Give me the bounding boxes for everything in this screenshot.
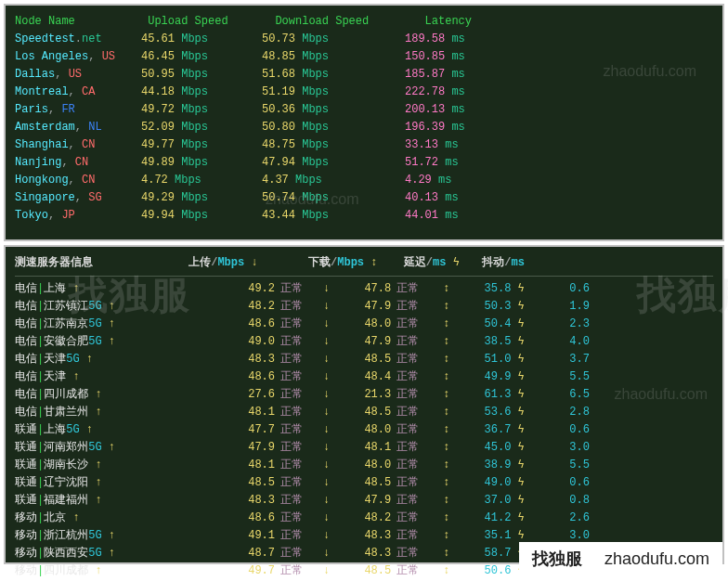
- download-value: 47.9: [330, 492, 391, 510]
- upload-value: 48.3: [182, 351, 275, 368]
- arrow-up-icon: ↑: [95, 406, 101, 419]
- arrow-down-icon: ↓: [323, 388, 330, 401]
- table-row: 联通|福建福州 ↑48.3正常↓47.9正常↕37.0 ϟ0.8: [15, 492, 713, 510]
- latency-value: 61.3: [449, 386, 511, 404]
- th-jit: 抖动/ms: [482, 256, 525, 269]
- arrow-down-icon: ↓: [323, 282, 330, 295]
- upload-value: 47.7: [182, 421, 275, 439]
- jitter-value: 6.5: [525, 386, 590, 404]
- arrow-up-icon: ↑: [72, 282, 79, 295]
- city-name: 北京: [44, 511, 66, 524]
- status: 正常: [396, 404, 443, 421]
- latency-unit: ms: [445, 209, 458, 222]
- jitter-value: 3.0: [525, 439, 590, 457]
- upload-value: 48.1: [182, 457, 275, 474]
- table-row: 电信|甘肃兰州 ↑48.1正常↓48.5正常↕53.6 ϟ2.8: [15, 404, 713, 421]
- status: 正常: [396, 457, 443, 474]
- latency-value: 49.0: [449, 474, 511, 492]
- speed-unit: Mbps: [302, 138, 329, 151]
- isp-name: 移动: [15, 564, 37, 577]
- arrows-updown-icon: ↕: [443, 353, 449, 366]
- upload-value: 48.6: [182, 368, 275, 386]
- node-city: Paris: [15, 103, 48, 116]
- arrows-updown-icon: ↕: [443, 406, 449, 419]
- arrows-updown-icon: ↕: [370, 256, 377, 269]
- node-city: Los Angeles: [15, 50, 88, 63]
- speed-unit: Mbps: [181, 138, 208, 151]
- tag-5g: 5G: [88, 335, 101, 348]
- jitter-value: 2.6: [525, 510, 590, 527]
- arrow-up-icon: ↑: [109, 547, 115, 560]
- table-row: Speedtest.net45.61 Mbps50.73 Mbps189.58 …: [15, 31, 713, 48]
- node-city: Montreal: [15, 85, 69, 98]
- download-value: 48.3: [330, 545, 391, 562]
- arrow-up-icon: ↑: [72, 370, 79, 383]
- status: 正常: [396, 298, 443, 316]
- separator: ,: [55, 68, 68, 81]
- jitter-value: 2.3: [525, 316, 590, 333]
- speed-unit: Mbps: [295, 174, 322, 187]
- speed-unit: Mbps: [302, 191, 329, 204]
- isp-name: 联通: [15, 423, 37, 436]
- download-value: 48.5: [330, 474, 391, 492]
- upload-value: 48.1: [182, 404, 275, 421]
- upload-value: 48.6: [182, 316, 275, 333]
- arrows-updown-icon: ↕: [443, 282, 449, 295]
- isp-name: 电信: [15, 317, 37, 330]
- table-row: Hongkong, CN4.72 Mbps4.37 Mbps4.29 ms: [15, 172, 713, 189]
- arrow-down-icon: ↓: [323, 547, 330, 560]
- city-name: 上海: [44, 423, 66, 436]
- latency-value: 4.29: [405, 174, 432, 187]
- bolt-icon: ϟ: [518, 282, 525, 295]
- arrow-up-icon: ↑: [72, 511, 79, 524]
- status: 正常: [396, 368, 443, 386]
- arrows-updown-icon: ↕: [443, 388, 449, 401]
- status: 正常: [280, 492, 323, 510]
- table-row: 电信|江苏南京5G ↑48.6正常↓48.0正常↕50.4 ϟ2.3: [15, 316, 713, 333]
- speedtest-panel-domestic: 测速服务器信息 上传/Mbps ↓ 下载/Mbps ↕ 延迟/ms ϟ 抖动/m…: [4, 245, 724, 564]
- isp-name: 电信: [15, 406, 37, 419]
- speed-unit: Mbps: [181, 103, 208, 116]
- status: 正常: [396, 474, 443, 492]
- footer-text-cn: 找独服: [532, 548, 582, 570]
- latency-value: 58.7: [449, 545, 511, 562]
- separator: ,: [48, 209, 61, 222]
- table-row: 电信|安徽合肥5G ↑49.0正常↓47.9正常↕38.5 ϟ4.0: [15, 333, 713, 351]
- city-name: 四川成都: [44, 564, 88, 577]
- latency-value: 35.1: [449, 527, 511, 545]
- bolt-icon: ϟ: [518, 494, 525, 507]
- latency-unit: ms: [438, 174, 451, 187]
- latency-value: 40.13: [405, 191, 438, 204]
- node-city: Hongkong: [15, 174, 69, 187]
- table-row: 电信|天津5G ↑48.3正常↓48.5正常↕51.0 ϟ3.7: [15, 351, 713, 368]
- tag-5g: 5G: [88, 300, 101, 313]
- jitter-value: 0.6: [525, 421, 590, 439]
- table-row: 移动|北京 ↑48.6正常↓48.2正常↕41.2 ϟ2.6: [15, 510, 713, 527]
- download-value: 48.4: [330, 368, 391, 386]
- arrows-updown-icon: ↕: [443, 529, 449, 542]
- arrow-down-icon: ↓: [323, 335, 330, 348]
- download-value: 43.44: [262, 209, 295, 222]
- bolt-icon: ϟ: [518, 388, 525, 401]
- upload-value: 52.09: [141, 121, 175, 134]
- arrow-down-icon: ↓: [323, 529, 330, 542]
- bolt-icon: ϟ: [453, 256, 460, 269]
- arrow-down-icon: ↓: [323, 300, 330, 313]
- separator: ,: [48, 103, 61, 116]
- download-value: 48.5: [330, 404, 391, 421]
- jitter-value: 1.9: [525, 298, 590, 316]
- latency-value: 36.7: [449, 421, 511, 439]
- latency-value: 38.5: [449, 333, 511, 351]
- download-value: 50.80: [262, 121, 295, 134]
- download-value: 48.3: [330, 527, 391, 545]
- header-row: Node Name Upload Speed Download Speed La…: [15, 13, 713, 31]
- jitter-value: 0.8: [525, 492, 590, 510]
- th-download: Download Speed: [275, 13, 418, 31]
- status: 正常: [280, 280, 323, 298]
- status: 正常: [280, 421, 323, 439]
- status: 正常: [396, 527, 443, 545]
- tag-5g: 5G: [66, 423, 79, 436]
- upload-value: 49.1: [182, 527, 275, 545]
- tag-5g: 5G: [66, 353, 79, 366]
- download-value: 50.74: [262, 191, 295, 204]
